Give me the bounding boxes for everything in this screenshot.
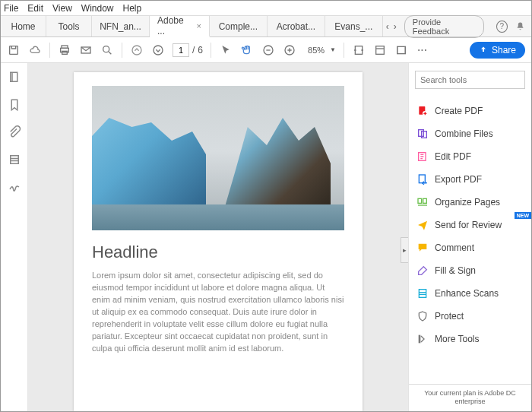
tab-tools[interactable]: Tools: [46, 16, 92, 36]
tool-label: More Tools: [435, 334, 479, 344]
tool-comment[interactable]: Comment: [409, 236, 531, 259]
attachments-icon[interactable]: [8, 125, 21, 139]
svg-rect-11: [376, 46, 385, 54]
tab-home[interactable]: Home: [1, 16, 46, 36]
tab-doc-4[interactable]: Evans_...: [325, 16, 383, 36]
svg-rect-3: [62, 51, 68, 54]
tab-doc-0[interactable]: NFN_an...: [92, 16, 150, 36]
tab-label: Adobe ...: [157, 15, 192, 36]
organize-icon: [416, 196, 429, 208]
search-icon[interactable]: [100, 43, 114, 57]
svg-rect-0: [10, 46, 18, 54]
chevron-down-icon: ▼: [330, 46, 336, 53]
tab-label: NFN_an...: [100, 21, 141, 32]
main-area: Headline Lorem ipsum dolor sit amet, con…: [1, 63, 531, 411]
tool-label: Send for Review: [435, 220, 502, 230]
document-headline: Headline: [92, 242, 344, 262]
cloud-icon[interactable]: [28, 43, 42, 57]
tab-doc-2[interactable]: Comple...: [210, 16, 268, 36]
page-down-icon[interactable]: [151, 43, 165, 57]
zoom-out-icon[interactable]: [261, 43, 275, 57]
search-tools-wrap: [415, 71, 525, 89]
tool-label: Combine Files: [435, 128, 493, 139]
search-tools-input[interactable]: [415, 71, 525, 89]
close-icon[interactable]: ×: [196, 21, 201, 30]
menu-window[interactable]: Window: [81, 3, 114, 14]
svg-rect-10: [355, 46, 362, 54]
tool-label: Export PDF: [435, 174, 482, 185]
tools-list: Create PDFCombine FilesEdit PDFExport PD…: [409, 97, 531, 384]
chevron-left-icon[interactable]: ‹: [386, 21, 389, 32]
more-icon: [416, 333, 429, 345]
layers-icon[interactable]: [8, 153, 21, 166]
share-icon: [479, 46, 488, 55]
zoom-select[interactable]: 85%▼: [304, 44, 336, 56]
zoom-in-icon[interactable]: [283, 43, 296, 57]
collapse-panel-button[interactable]: ▸: [401, 237, 408, 263]
selection-tool-icon[interactable]: [219, 43, 233, 57]
thumbnails-icon[interactable]: [8, 71, 21, 84]
bookmarks-icon[interactable]: [8, 98, 21, 112]
chevron-right-icon[interactable]: ›: [394, 21, 397, 32]
svg-rect-23: [419, 290, 426, 298]
menu-file[interactable]: File: [4, 3, 18, 14]
left-rail: [1, 63, 28, 411]
help-icon[interactable]: ?: [496, 21, 508, 33]
document-area[interactable]: Headline Lorem ipsum dolor sit amet, con…: [28, 63, 408, 411]
page-up-icon[interactable]: [130, 43, 144, 57]
menu-view[interactable]: View: [52, 3, 72, 14]
tool-label: Create PDF: [435, 106, 483, 116]
tab-label: Comple...: [219, 21, 258, 32]
menu-edit[interactable]: Edit: [27, 3, 43, 14]
save-icon[interactable]: [7, 43, 21, 57]
edit-icon: [416, 151, 429, 163]
svg-rect-22: [423, 198, 427, 203]
sign-icon: [416, 265, 429, 277]
tool-combine[interactable]: Combine Files: [409, 122, 531, 145]
tool-protect[interactable]: Protect: [409, 305, 531, 328]
svg-rect-12: [397, 46, 406, 53]
more-icon[interactable]: ···: [416, 43, 429, 57]
tab-doc-1[interactable]: Adobe ...×: [150, 16, 210, 37]
svg-point-5: [103, 46, 109, 52]
print-icon[interactable]: [58, 43, 71, 57]
comment-icon: [416, 242, 429, 254]
export-icon: [416, 173, 429, 185]
tool-export[interactable]: Export PDF: [409, 168, 531, 191]
tools-panel: Create PDFCombine FilesEdit PDFExport PD…: [408, 63, 531, 411]
tab-label: Acrobat...: [277, 21, 315, 32]
tool-label: Edit PDF: [435, 151, 471, 162]
svg-rect-21: [418, 198, 422, 203]
tool-more[interactable]: More Tools: [409, 328, 531, 350]
tool-edit[interactable]: Edit PDF: [409, 145, 531, 168]
tool-sign[interactable]: Fill & Sign: [409, 259, 531, 282]
tool-create[interactable]: Create PDF: [409, 100, 531, 122]
menu-bar: File Edit View Window Help: [1, 1, 531, 16]
tab-nav: ‹ ›: [383, 16, 400, 36]
svg-rect-14: [10, 156, 18, 164]
tool-send[interactable]: Send for ReviewNEW: [409, 214, 531, 236]
page-indicator: / 6: [173, 43, 203, 57]
plan-info: Your current plan is Adobe DC enterprise: [409, 384, 531, 411]
tab-doc-3[interactable]: Acrobat...: [268, 16, 325, 36]
toolbar: / 6 85%▼ ··· Share: [1, 37, 531, 63]
tab-label: Evans_...: [334, 21, 372, 32]
mail-icon[interactable]: [79, 43, 93, 57]
fit-page-icon[interactable]: [373, 43, 387, 57]
tool-organize[interactable]: Organize Pages: [409, 191, 531, 214]
read-mode-icon[interactable]: [394, 43, 408, 57]
tool-label: Protect: [435, 311, 464, 322]
scan-icon: [416, 287, 429, 299]
document-page: Headline Lorem ipsum dolor sit amet, con…: [74, 72, 363, 411]
new-badge: NEW: [515, 212, 531, 219]
tool-scan[interactable]: Enhance Scans: [409, 282, 531, 305]
page-current-input[interactable]: [173, 43, 189, 57]
hand-tool-icon[interactable]: [240, 43, 254, 57]
tool-label: Organize Pages: [435, 197, 500, 208]
signatures-icon[interactable]: [8, 180, 21, 194]
provide-feedback-button[interactable]: Provide Feedback: [404, 15, 484, 38]
share-button[interactable]: Share: [470, 42, 525, 59]
notifications-icon[interactable]: [515, 21, 525, 32]
menu-help[interactable]: Help: [123, 3, 142, 14]
fit-width-icon[interactable]: [352, 43, 366, 57]
